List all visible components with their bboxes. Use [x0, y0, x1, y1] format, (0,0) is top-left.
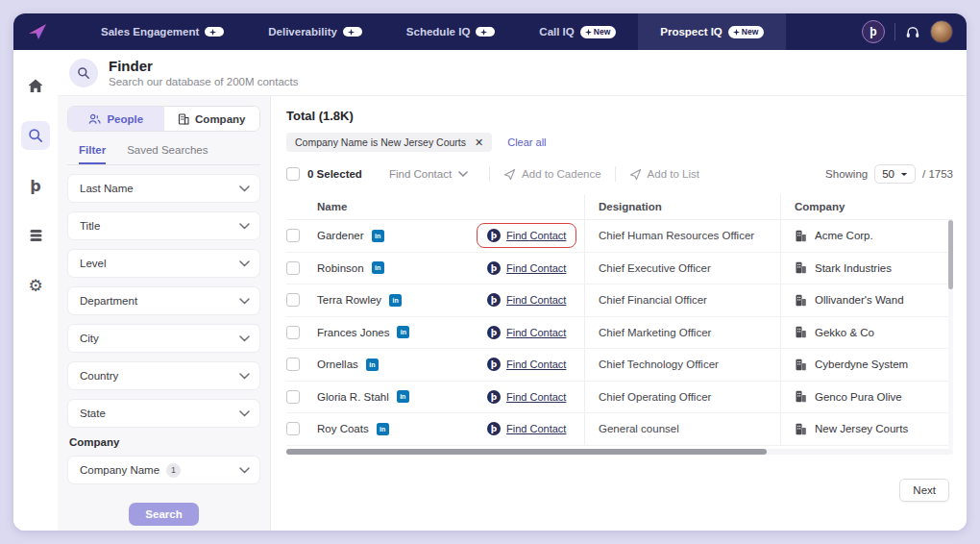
page-size-select[interactable]: 50	[874, 164, 916, 184]
page-subtitle: Search our database of 200M contacts	[109, 76, 299, 87]
sparkle-icon	[209, 29, 216, 36]
top-navbar: Sales Engagement Deliverability	[13, 13, 967, 50]
app-logo-icon[interactable]	[23, 19, 52, 44]
designation-cell: Chief Executive Officer	[584, 253, 780, 284]
chip-remove-icon[interactable]: ✕	[475, 137, 483, 148]
linkedin-icon[interactable]: in	[397, 390, 409, 403]
find-contact-label: Find Contact	[506, 230, 566, 241]
table-row: Robinson in þ Find Contact Chief Exec	[286, 253, 953, 285]
clear-all-link[interactable]: Clear all	[507, 136, 546, 148]
page-title: Finder	[109, 58, 299, 74]
sidebar-prospect-icon[interactable]: þ	[21, 171, 50, 200]
select-all-checkbox[interactable]	[286, 167, 300, 181]
horizontal-scrollbar	[286, 449, 953, 455]
linkedin-icon[interactable]: in	[372, 261, 384, 274]
linkedin-icon[interactable]: in	[389, 294, 402, 307]
nav-item[interactable]: Schedule IQ	[384, 13, 517, 50]
user-avatar[interactable]	[930, 20, 953, 43]
filter-accordion[interactable]: State	[67, 399, 260, 428]
find-contact-button[interactable]: þ Find Contact	[477, 320, 576, 345]
filter-accordion[interactable]: Country	[67, 361, 260, 390]
company-icon	[795, 261, 807, 274]
nav-item[interactable]: Sales Engagement	[79, 13, 246, 50]
sidebar-database-icon[interactable]	[21, 221, 50, 250]
row-checkbox[interactable]	[286, 358, 300, 371]
tab-company[interactable]: Company	[164, 107, 260, 131]
find-contact-brand-icon: þ	[487, 326, 501, 339]
linkedin-icon[interactable]: in	[377, 423, 389, 435]
tab-people[interactable]: People	[68, 107, 164, 131]
company-name: Gekko & Co	[815, 327, 874, 338]
filter-accordion[interactable]: Level	[67, 249, 260, 278]
row-checkbox[interactable]	[286, 229, 300, 242]
filter-accordion[interactable]: Title	[67, 211, 260, 240]
find-contact-brand-icon: þ	[487, 358, 501, 371]
find-contact-button[interactable]: þ Find Contact	[477, 352, 576, 377]
find-contact-label: Find Contact	[506, 262, 566, 274]
find-contact-brand-icon: þ	[487, 390, 501, 404]
vertical-scrollbar-thumb[interactable]	[948, 220, 953, 289]
filter-accordion[interactable]: Last Name	[67, 174, 260, 203]
page-header: Finder Search our database of 200M conta…	[58, 50, 967, 96]
next-page-button[interactable]: Next	[899, 479, 949, 502]
contact-name: Gardener	[317, 230, 364, 241]
row-checkbox[interactable]	[286, 261, 300, 275]
nav-item[interactable]: Deliverability	[246, 13, 384, 50]
find-contact-label: Find Contact	[506, 423, 566, 434]
sidebar-home-icon[interactable]	[21, 71, 50, 100]
row-checkbox[interactable]	[286, 293, 300, 307]
table-row: Gardener in þ Find Contact Chief Huma	[286, 220, 953, 253]
table-row: Gloria R. Stahl in þ Find Contact Chi	[286, 382, 953, 414]
row-checkbox[interactable]	[286, 390, 300, 404]
new-badge	[476, 27, 495, 37]
row-checkbox[interactable]	[286, 326, 300, 339]
results-table: Name Designation Company Gardener in	[286, 194, 953, 455]
filter-chip: Company Name is New Jersey Courts ✕	[286, 133, 492, 152]
chevron-down-icon	[239, 298, 250, 305]
find-contact-button[interactable]: þ Find Contact	[477, 384, 576, 409]
send-icon	[503, 168, 516, 181]
find-contact-dropdown[interactable]: Find Contact	[381, 164, 476, 184]
new-badge: New	[728, 26, 764, 38]
filter-accordion[interactable]: Department	[67, 286, 260, 315]
company-name: Genco Pura Olive	[815, 391, 902, 403]
nav-items: Sales Engagement Deliverability	[79, 13, 786, 50]
table-row: Frances Jones in þ Find Contact Chief	[286, 317, 953, 350]
brand-circle-button[interactable]: þ	[862, 20, 885, 43]
search-button[interactable]: Search	[129, 503, 198, 526]
find-contact-button[interactable]: þ Find Contact	[477, 256, 576, 281]
filter-accordion[interactable]: City	[67, 324, 260, 353]
sidebar-search-icon[interactable]	[21, 121, 50, 150]
add-to-list-button[interactable]: Add to List	[629, 168, 699, 181]
find-contact-button[interactable]: þ Find Contact	[477, 223, 576, 248]
add-to-cadence-button[interactable]: Add to Cadence	[503, 168, 600, 181]
nav-item[interactable]: Prospect IQ New	[638, 13, 786, 50]
chevron-down-icon	[239, 373, 250, 380]
linkedin-icon[interactable]: in	[366, 359, 379, 371]
subtab-filter[interactable]: Filter	[79, 144, 106, 164]
subtab-saved-searches[interactable]: Saved Searches	[127, 144, 208, 164]
nav-item[interactable]: Call IQ New	[517, 13, 638, 50]
linkedin-icon[interactable]: in	[397, 326, 409, 338]
action-bar: 0 Selected Find Contact Add to Cadence	[286, 164, 953, 184]
company-name-accordion[interactable]: Company Name 1	[67, 456, 260, 484]
new-badge	[205, 27, 224, 37]
company-icon	[795, 230, 807, 242]
total-count: Total (1.8K)	[286, 109, 953, 123]
find-contact-button[interactable]: þ Find Contact	[477, 416, 576, 441]
icon-sidebar: þ ⚙	[13, 50, 58, 531]
linkedin-icon[interactable]: in	[372, 230, 384, 242]
find-contact-button[interactable]: þ Find Contact	[477, 287, 576, 312]
selected-count: 0 Selected	[307, 168, 362, 180]
find-contact-brand-icon: þ	[487, 422, 501, 435]
sidebar-settings-icon[interactable]: ⚙	[21, 271, 50, 300]
support-headset-icon[interactable]	[905, 25, 920, 39]
chevron-down-icon	[239, 185, 250, 192]
designation-cell: Chief Technology Officer	[584, 349, 780, 381]
row-checkbox[interactable]	[286, 422, 300, 435]
chevron-down-icon	[239, 223, 250, 230]
horizontal-scrollbar-thumb[interactable]	[286, 449, 767, 455]
company-name: Ollivander's Wand	[815, 294, 904, 306]
find-contact-brand-icon: þ	[487, 229, 501, 242]
chevron-down-icon	[239, 335, 250, 342]
